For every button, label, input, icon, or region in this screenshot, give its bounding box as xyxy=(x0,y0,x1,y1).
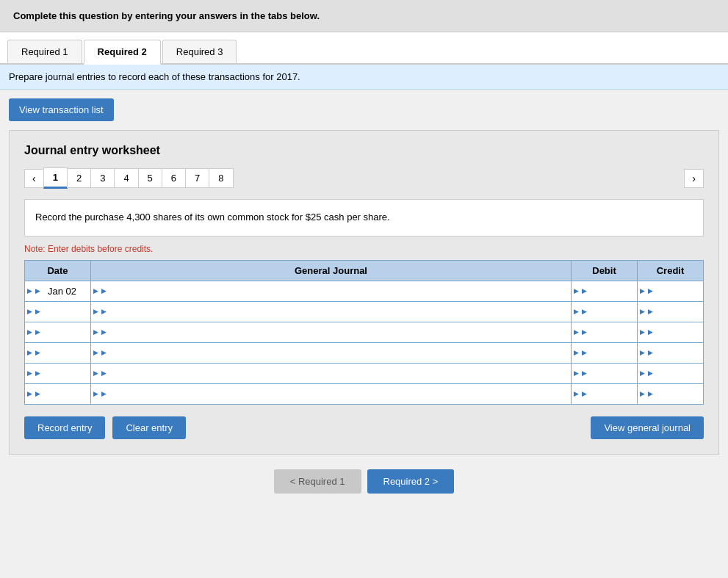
gj-arrow-icon-2: ▶ xyxy=(101,308,107,315)
page-btn-1[interactable]: 1 xyxy=(43,167,68,189)
clear-entry-button[interactable]: Clear entry xyxy=(112,416,186,439)
date-cell-3[interactable]: ▶ xyxy=(25,322,91,342)
record-entry-button[interactable]: Record entry xyxy=(24,416,105,439)
debit-cell-3[interactable]: ▶ xyxy=(572,322,638,342)
tab-required1[interactable]: Required 1 xyxy=(7,40,82,63)
gj-input-5[interactable] xyxy=(109,364,571,383)
credit-input-2[interactable] xyxy=(656,302,703,322)
date-cell-4[interactable]: ▶ xyxy=(25,342,91,363)
gj-cell-3[interactable]: ▶ xyxy=(91,322,572,342)
date-cell-1[interactable]: ▶ xyxy=(25,281,91,301)
debit-input-3[interactable] xyxy=(590,322,637,342)
view-transaction-button[interactable]: View transaction list xyxy=(9,98,114,121)
page-btn-4[interactable]: 4 xyxy=(114,168,138,188)
date-input-2[interactable] xyxy=(43,302,90,322)
gj-cell-5[interactable]: ▶ xyxy=(91,363,572,383)
next-required-button[interactable]: Required 2 > xyxy=(367,469,455,494)
worksheet-title: Journal entry worksheet xyxy=(24,144,704,157)
debit-input-6[interactable] xyxy=(590,384,637,404)
tab-required3[interactable]: Required 3 xyxy=(162,40,237,63)
page-btn-3[interactable]: 3 xyxy=(90,168,115,188)
row-arrow-icon-4: ▶ xyxy=(35,349,40,356)
row-arrow-icon: ▶ xyxy=(35,287,40,295)
date-input-5[interactable] xyxy=(43,364,90,383)
credit-arrow-icon-5: ▶ xyxy=(648,369,653,377)
credit-cell-5[interactable]: ▶ xyxy=(638,363,704,383)
credit-input-3[interactable] xyxy=(656,322,703,342)
gj-cell-4[interactable]: ▶ xyxy=(91,342,572,363)
table-row: ▶ ▶ ▶ xyxy=(25,383,704,404)
instruction-text: Prepare journal entries to record each o… xyxy=(9,71,300,82)
page-prev-arrow[interactable]: ‹ xyxy=(24,169,44,188)
top-banner: Complete this question by entering your … xyxy=(0,0,728,32)
page-btn-8[interactable]: 8 xyxy=(209,168,233,188)
credit-cell-1[interactable]: ▶ xyxy=(638,281,704,301)
page-btn-2[interactable]: 2 xyxy=(67,168,91,188)
pagination-row: ‹ 1 2 3 4 5 6 7 8 › xyxy=(24,167,704,189)
debit-cell-6[interactable]: ▶ xyxy=(572,383,638,404)
page-next-arrow[interactable]: › xyxy=(684,169,704,188)
debit-arrow-icon-6: ▶ xyxy=(582,390,587,397)
credit-input-6[interactable] xyxy=(656,384,703,404)
row-arrow-icon-6: ▶ xyxy=(35,390,40,397)
col-header-general-journal: General Journal xyxy=(91,260,572,281)
gj-input-6[interactable] xyxy=(109,384,571,404)
debit-input-4[interactable] xyxy=(590,343,637,363)
debit-arrow-icon-5: ▶ xyxy=(582,369,587,377)
table-row: ▶ ▶ ▶ xyxy=(25,301,704,322)
gj-cell-1[interactable]: ▶ xyxy=(91,281,572,301)
debit-input-1[interactable] xyxy=(590,281,637,301)
credit-arrow-icon-2: ▶ xyxy=(648,308,653,315)
row-arrow-icon-2: ▶ xyxy=(35,308,40,315)
gj-input-2[interactable] xyxy=(109,302,571,322)
credit-input-4[interactable] xyxy=(656,343,703,363)
view-general-journal-button[interactable]: View general journal xyxy=(591,416,704,439)
credit-cell-2[interactable]: ▶ xyxy=(638,301,704,322)
date-input-3[interactable] xyxy=(43,322,90,342)
row-arrow-icon-3: ▶ xyxy=(35,328,40,336)
page-btn-7[interactable]: 7 xyxy=(185,168,209,188)
gj-cell-2[interactable]: ▶ xyxy=(91,301,572,322)
date-cell-2[interactable]: ▶ xyxy=(25,301,91,322)
gj-input-1[interactable] xyxy=(109,281,571,301)
gj-arrow-icon-1: ▶ xyxy=(101,287,107,295)
date-input-4[interactable] xyxy=(43,343,90,363)
credit-cell-6[interactable]: ▶ xyxy=(638,383,704,404)
action-buttons: Record entry Clear entry View general jo… xyxy=(24,416,704,439)
gj-arrow-icon-6: ▶ xyxy=(101,390,107,397)
gj-input-3[interactable] xyxy=(109,322,571,342)
credit-arrow-icon-3: ▶ xyxy=(648,328,653,336)
credit-input-1[interactable] xyxy=(656,281,703,301)
credit-arrow-icon-6: ▶ xyxy=(648,390,653,397)
worksheet-container: Journal entry worksheet ‹ 1 2 3 4 5 6 7 … xyxy=(9,130,719,455)
date-cell-6[interactable]: ▶ xyxy=(25,383,91,404)
credit-input-5[interactable] xyxy=(656,364,703,383)
debit-cell-1[interactable]: ▶ xyxy=(572,281,638,301)
note-text: Note: Enter debits before credits. xyxy=(24,244,704,254)
date-input-6[interactable] xyxy=(43,384,90,404)
debit-cell-2[interactable]: ▶ xyxy=(572,301,638,322)
date-cell-5[interactable]: ▶ xyxy=(25,363,91,383)
prev-required-button[interactable]: < Required 1 xyxy=(274,469,361,494)
table-row: ▶ ▶ ▶ xyxy=(25,322,704,342)
col-header-credit: Credit xyxy=(638,260,704,281)
debit-arrow-icon-2: ▶ xyxy=(582,308,587,315)
gj-cell-6[interactable]: ▶ xyxy=(91,383,572,404)
table-row: ▶ ▶ ▶ xyxy=(25,342,704,363)
page-btn-5[interactable]: 5 xyxy=(138,168,162,188)
transaction-description: Record the purchase 4,300 shares of its … xyxy=(24,199,704,236)
credit-cell-4[interactable]: ▶ xyxy=(638,342,704,363)
debit-cell-4[interactable]: ▶ xyxy=(572,342,638,363)
credit-arrow-icon-4: ▶ xyxy=(648,349,653,356)
page-btn-6[interactable]: 6 xyxy=(162,168,186,188)
debit-cell-5[interactable]: ▶ xyxy=(572,363,638,383)
instruction-bar: Prepare journal entries to record each o… xyxy=(0,65,728,90)
gj-input-4[interactable] xyxy=(109,343,571,363)
debit-input-5[interactable] xyxy=(590,364,637,383)
credit-cell-3[interactable]: ▶ xyxy=(638,322,704,342)
tab-required2[interactable]: Required 2 xyxy=(84,40,161,65)
table-row: ▶ ▶ ▶ xyxy=(25,363,704,383)
debit-input-2[interactable] xyxy=(590,302,637,322)
gj-arrow-icon-4: ▶ xyxy=(101,349,107,356)
date-input-1[interactable] xyxy=(43,281,90,301)
